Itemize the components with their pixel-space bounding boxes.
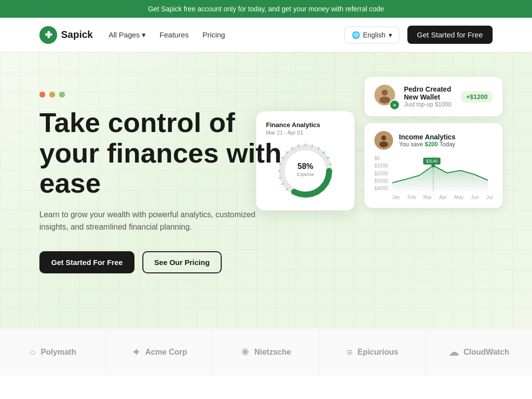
- brand-cloudwatch: ☁ CloudWatch: [426, 329, 532, 376]
- svg-point-34: [381, 135, 386, 140]
- nav-features-label: Features: [160, 31, 189, 39]
- banner-text: Get Sapick free account only for today, …: [148, 5, 384, 13]
- see-pricing-button[interactable]: See Our Pricing: [142, 251, 222, 273]
- language-selector[interactable]: 🌐 English ▾: [344, 27, 399, 43]
- globe-icon: 🌐: [352, 31, 360, 39]
- hero-decorative-dots: [39, 92, 296, 98]
- chevron-down-icon: ▾: [389, 31, 392, 39]
- navbar: ✤ Sapick All Pages ▾ Features Pricing 🌐 …: [0, 18, 532, 52]
- svg-text:Expense: Expense: [297, 172, 314, 177]
- nav-links: All Pages ▾ Features Pricing: [108, 31, 344, 39]
- income-sub: You save $200 Today: [399, 141, 456, 148]
- brand-epicurious: ≡ Epicurious: [320, 329, 426, 376]
- nav-pricing-label: Pricing: [202, 31, 225, 39]
- brand-nietzsche: ✳ Nietzsche: [213, 329, 319, 376]
- dot-yellow: [49, 92, 55, 98]
- sapick-logo-small: ✤: [392, 102, 398, 108]
- logo-icon: ✤: [39, 26, 57, 44]
- nav-right: 🌐 English ▾ Get Started for Free: [344, 26, 493, 44]
- pedro-amount: +$1200: [461, 91, 493, 102]
- hero-subtitle: Learn to grow your wealth with powerful …: [39, 208, 256, 233]
- line-chart-svg: $3140: [392, 156, 493, 191]
- pedro-sub: Just top-up $1000: [404, 101, 455, 108]
- brand-polymath: ○ Polymath: [0, 329, 106, 376]
- income-header: Income Analytics You save $200 Today: [374, 131, 493, 150]
- nav-all-pages[interactable]: All Pages ▾: [108, 31, 145, 39]
- svg-point-29: [382, 90, 388, 96]
- nav-pricing[interactable]: Pricing: [202, 31, 225, 39]
- hero-section: Take control of your finances with ease …: [0, 52, 532, 328]
- svg-point-30: [379, 97, 390, 103]
- navbar-cta-button[interactable]: Get Started for Free: [407, 26, 493, 44]
- brand-polymath-label: Polymath: [41, 348, 76, 357]
- dot-orange: [39, 92, 45, 98]
- logo[interactable]: ✤ Sapick: [39, 26, 93, 44]
- pedro-card: ✤ Pedro Created New Wallet Just top-up $…: [365, 77, 502, 116]
- chart-svg-wrapper: $3140: [392, 156, 493, 191]
- dot-green: [59, 92, 65, 98]
- brands-row: ○ Polymath ✦ Acme Corp ✳ Nietzsche ≡ Epi…: [0, 329, 532, 376]
- get-started-button[interactable]: Get Started For Free: [39, 251, 134, 273]
- pedro-name: Pedro Created: [404, 85, 455, 93]
- polymath-icon: ○: [30, 347, 36, 358]
- pedro-info: Pedro Created New Wallet Just top-up $10…: [404, 85, 455, 108]
- chevron-down-icon: ▾: [142, 31, 146, 39]
- svg-text:58%: 58%: [298, 162, 313, 170]
- income-analytics-card: Income Analytics You save $200 Today $40…: [365, 123, 502, 208]
- income-chart: $4000 $3000 $2000 $1000 $0: [374, 156, 493, 200]
- brands-section: ○ Polymath ✦ Acme Corp ✳ Nietzsche ≡ Epi…: [0, 328, 532, 376]
- brand-acme-corp-label: Acme Corp: [145, 348, 187, 357]
- nav-all-pages-label: All Pages: [108, 31, 139, 39]
- pedro-verified-badge: ✤: [389, 100, 400, 110]
- pedro-wallet: New Wallet: [404, 93, 455, 101]
- svg-point-35: [379, 141, 388, 147]
- epicurious-icon: ≡: [347, 347, 353, 358]
- acme-corp-icon: ✦: [132, 346, 140, 358]
- nav-features[interactable]: Features: [160, 31, 189, 39]
- hero-title: Take control of your finances with ease: [39, 107, 296, 199]
- pedro-avatar-wrapper: ✤: [374, 85, 398, 108]
- language-label: English: [363, 31, 386, 39]
- brand-acme-corp: ✦ Acme Corp: [106, 329, 213, 376]
- right-cards: ✤ Pedro Created New Wallet Just top-up $…: [365, 77, 502, 208]
- cloudwatch-icon: ☁: [449, 346, 459, 358]
- top-banner: Get Sapick free account only for today, …: [0, 0, 532, 18]
- nietzsche-icon: ✳: [241, 346, 249, 358]
- hero-content: Take control of your finances with ease …: [39, 82, 296, 273]
- brand-cloudwatch-label: CloudWatch: [464, 348, 509, 357]
- hero-buttons: Get Started For Free See Our Pricing: [39, 251, 296, 273]
- logo-text: Sapick: [61, 29, 93, 40]
- chart-x-labels: Jan Feb Mar Apr May Jun Jul: [392, 195, 493, 200]
- income-text: Income Analytics You save $200 Today: [399, 133, 456, 148]
- brand-nietzsche-label: Nietzsche: [254, 348, 291, 357]
- income-title: Income Analytics: [399, 133, 456, 141]
- chart-y-labels: $4000 $3000 $2000 $1000 $0: [374, 156, 392, 191]
- svg-text:✤: ✤: [393, 103, 396, 107]
- brand-epicurious-label: Epicurious: [358, 348, 399, 357]
- svg-text:$3140: $3140: [426, 159, 437, 164]
- income-avatar-image: [376, 133, 392, 148]
- income-avatar: [374, 131, 393, 150]
